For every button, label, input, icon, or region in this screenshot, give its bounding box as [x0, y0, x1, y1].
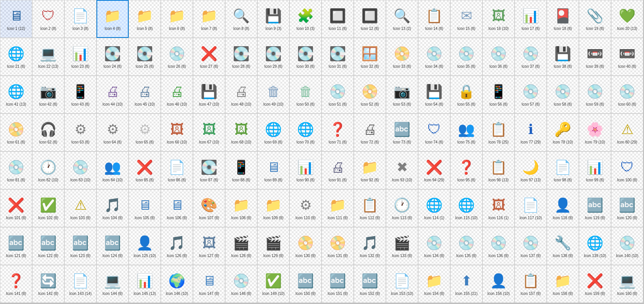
icon-cell-50[interactable]: 🗑Icon 50 (8): [289, 76, 322, 114]
icon-cell-145[interactable]: 📊Icon 145 (13): [129, 265, 161, 303]
icon-cell-5[interactable]: 📁Icon 5 (8): [129, 0, 161, 38]
icon-cell-12[interactable]: 🔲Icon 12 (8): [354, 0, 386, 38]
icon-cell-110[interactable]: ⚙Icon 110 (8): [289, 189, 322, 227]
icon-cell-126[interactable]: 🎵Icon 126 (8): [161, 227, 193, 265]
icon-cell-113[interactable]: 🕐Icon 113 (8): [386, 189, 418, 227]
icon-cell-112[interactable]: 📋Icon 112 (8): [354, 189, 386, 227]
icon-cell-11[interactable]: 🔲Icon 11 (8): [322, 0, 354, 38]
icon-cell-76[interactable]: 📋Icon 76 (25): [482, 114, 515, 151]
icon-cell-38[interactable]: 💾Icon 38 (8): [547, 38, 579, 76]
icon-cell-132[interactable]: 🎵Icon 132 (8): [354, 227, 386, 265]
icon-cell-80[interactable]: ⚠Icon 80 (29): [611, 114, 643, 151]
icon-cell-114[interactable]: 🌐Icon 114 (1): [418, 189, 450, 227]
icon-cell-21[interactable]: 🌐Icon 21 (8): [0, 38, 32, 76]
icon-cell-99[interactable]: 📊Icon 99 (8): [579, 151, 611, 189]
icon-cell-137[interactable]: 💿Icon 137 (8): [515, 227, 547, 265]
icon-cell-157[interactable]: 📋Icon 157 (8): [515, 265, 547, 303]
icon-cell-120[interactable]: 🔤Icon 120 (8): [611, 189, 643, 227]
icon-cell-138[interactable]: 🔧Icon 138 (8): [547, 227, 579, 265]
icon-cell-117[interactable]: 📄Icon 117 (10): [515, 189, 547, 227]
icon-cell-154[interactable]: 📁Icon 154 (8): [418, 265, 450, 303]
icon-cell-146[interactable]: 🌍Icon 146 (10): [161, 265, 193, 303]
icon-cell-49[interactable]: 🗑Icon 49 (10): [257, 76, 289, 114]
icon-cell-129[interactable]: 🎬Icon 129 (8): [257, 227, 289, 265]
icon-cell-31[interactable]: 💽Icon 31 (8): [322, 38, 354, 76]
icon-cell-125[interactable]: 👤Icon 125 (10): [129, 227, 161, 265]
icon-cell-30[interactable]: 💽Icon 30 (8): [289, 38, 322, 76]
icon-cell-66[interactable]: 🖼Icon 66 (10): [161, 114, 193, 151]
icon-cell-28[interactable]: 💽Icon 28 (8): [225, 38, 257, 76]
icon-cell-54[interactable]: 💾Icon 54 (8): [418, 76, 450, 114]
icon-cell-130[interactable]: 📀Icon 130 (8): [289, 227, 322, 265]
icon-cell-127[interactable]: 🖼Icon 127 (8): [193, 227, 225, 265]
icon-cell-142[interactable]: 🔄Icon 142 (8): [32, 265, 64, 303]
icon-cell-37[interactable]: 💿Icon 37 (8): [515, 38, 547, 76]
icon-cell-20[interactable]: 💚Icon 20 (13): [611, 0, 643, 38]
icon-cell-79[interactable]: 🌸Icon 79 (10): [579, 114, 611, 151]
icon-cell-119[interactable]: 🔤Icon 119 (8): [579, 189, 611, 227]
icon-cell-26[interactable]: 💿Icon 26 (8): [161, 38, 193, 76]
icon-cell-97[interactable]: 🌙Icon 97 (13): [515, 151, 547, 189]
icon-cell-51[interactable]: 💿Icon 51 (8): [322, 76, 354, 114]
icon-cell-55[interactable]: 🔒Icon 55 (8): [450, 76, 482, 114]
icon-cell-4[interactable]: 📁Icon 4 (8): [96, 0, 129, 38]
icon-cell-123[interactable]: 🔤Icon 123 (8): [64, 227, 96, 265]
icon-cell-47[interactable]: 💾Icon 47 (10): [193, 76, 225, 114]
icon-cell-24[interactable]: 💽Icon 24 (8): [96, 38, 129, 76]
icon-cell-39[interactable]: 📼Icon 39 (8): [579, 38, 611, 76]
icon-cell-1[interactable]: 🖥Icon 1 (12): [0, 0, 32, 38]
icon-cell-77[interactable]: ℹIcon 77 (29): [515, 114, 547, 151]
icon-cell-41[interactable]: 🌐Icon 41 (13): [0, 76, 32, 114]
icon-cell-128[interactable]: 🎬Icon 128 (8): [225, 227, 257, 265]
icon-cell-71[interactable]: ❓Icon 71 (8): [322, 114, 354, 151]
icon-cell-9[interactable]: 💾Icon 9 (3): [257, 0, 289, 38]
icon-cell-102[interactable]: ✅Icon 102 (8): [32, 189, 64, 227]
icon-cell-2[interactable]: 🛡Icon 2 (8): [32, 0, 64, 38]
icon-cell-7[interactable]: 📁Icon 7 (8): [193, 0, 225, 38]
icon-cell-84[interactable]: 👥Icon 84 (10): [96, 151, 129, 189]
icon-cell-135[interactable]: 💿Icon 135 (8): [450, 227, 482, 265]
icon-cell-143[interactable]: 📄Icon 143 (14): [64, 265, 96, 303]
icon-cell-3[interactable]: 📄Icon 3 (8): [64, 0, 96, 38]
icon-cell-14[interactable]: 📋Icon 14 (8): [418, 0, 450, 38]
icon-cell-48[interactable]: 🖨Icon 48 (10): [225, 76, 257, 114]
icon-cell-160[interactable]: 💻Icon 160 (8): [611, 265, 643, 303]
icon-cell-56[interactable]: 📱Icon 56 (8): [482, 76, 515, 114]
icon-cell-58[interactable]: 💿Icon 58 (8): [547, 76, 579, 114]
icon-cell-155[interactable]: ⬆Icon 155 (21): [450, 265, 482, 303]
icon-cell-139[interactable]: 🌐Icon 139 (10): [579, 227, 611, 265]
icon-cell-149[interactable]: ✅Icon 149 (10): [257, 265, 289, 303]
icon-cell-81[interactable]: 💿Icon 81 (8): [0, 151, 32, 189]
icon-cell-152[interactable]: 🔤Icon 152 (8): [354, 265, 386, 303]
icon-cell-27[interactable]: ❌Icon 27 (8): [193, 38, 225, 76]
icon-cell-72[interactable]: 🖨Icon 72 (8): [354, 114, 386, 151]
icon-cell-87[interactable]: 💽Icon 87 (8): [193, 151, 225, 189]
icon-cell-16[interactable]: 🖼Icon 16 (10): [482, 0, 515, 38]
icon-cell-83[interactable]: 💿Icon 83 (10): [64, 151, 96, 189]
icon-cell-29[interactable]: 💽Icon 29 (8): [257, 38, 289, 76]
icon-cell-106[interactable]: 🖥Icon 106 (8): [161, 189, 193, 227]
icon-cell-10[interactable]: 🧩Icon 10 (3): [289, 0, 322, 38]
icon-cell-33[interactable]: 📀Icon 33 (8): [386, 38, 418, 76]
icon-cell-36[interactable]: 💿Icon 36 (8): [482, 38, 515, 76]
icon-cell-15[interactable]: ✉Icon 15 (8): [450, 0, 482, 38]
icon-cell-45[interactable]: 🖨Icon 45 (10): [129, 76, 161, 114]
icon-cell-63[interactable]: ⚙Icon 63 (8): [64, 114, 96, 151]
icon-cell-52[interactable]: 📀Icon 52 (8): [354, 76, 386, 114]
icon-cell-133[interactable]: 🎬Icon 133 (8): [386, 227, 418, 265]
icon-cell-140[interactable]: 💿Icon 140 (10): [611, 227, 643, 265]
icon-cell-32[interactable]: 🪟Icon 32 (8): [354, 38, 386, 76]
icon-cell-75[interactable]: 👥Icon 75 (8): [450, 114, 482, 151]
icon-cell-103[interactable]: ⚠Icon 103 (8): [64, 189, 96, 227]
icon-cell-61[interactable]: 📀Icon 61 (8): [0, 114, 32, 151]
icon-cell-159[interactable]: ❌Icon 159 (8): [579, 265, 611, 303]
icon-cell-34[interactable]: 💿Icon 34 (8): [418, 38, 450, 76]
icon-cell-107[interactable]: 🎨Icon 107 (8): [193, 189, 225, 227]
icon-cell-111[interactable]: 📁Icon 111 (8): [322, 189, 354, 227]
icon-cell-134[interactable]: 💿Icon 134 (8): [418, 227, 450, 265]
icon-cell-122[interactable]: 🔤Icon 122 (8): [32, 227, 64, 265]
icon-cell-70[interactable]: 🌐Icon 70 (8): [289, 114, 322, 151]
icon-cell-141[interactable]: ❓Icon 141 (8): [0, 265, 32, 303]
icon-cell-40[interactable]: 📼Icon 40 (8): [611, 38, 643, 76]
icon-cell-64[interactable]: ⚙Icon 64 (8): [96, 114, 129, 151]
